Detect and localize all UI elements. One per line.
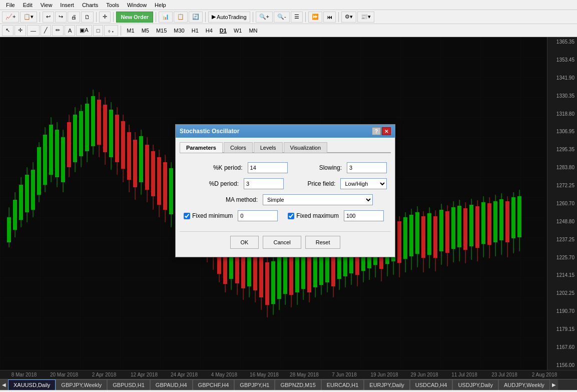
ma-method-select[interactable]: Simple Exponential Smoothed Linear Weigh… xyxy=(263,194,373,205)
d-period-label: %D period: xyxy=(184,180,239,187)
fixed-min-checkbox[interactable] xyxy=(184,213,190,219)
dialog-title: Stochastic Oscillator xyxy=(180,128,239,135)
ma-method-label: MA method: xyxy=(198,196,258,203)
dialog-overlay: Stochastic Oscillator ? ✕ Parameters Col… xyxy=(0,0,577,392)
fixed-min-max-row: Fixed minimum Fixed maximum xyxy=(184,210,387,221)
fixed-max-wrap: Fixed maximum xyxy=(288,212,339,219)
tab-levels[interactable]: Levels xyxy=(254,142,283,153)
dialog-close-button[interactable]: ✕ xyxy=(382,127,391,135)
fixed-min-wrap: Fixed minimum xyxy=(184,212,233,219)
d-period-input[interactable] xyxy=(244,178,284,189)
tab-visualization[interactable]: Visualization xyxy=(284,142,328,153)
fixed-max-input[interactable] xyxy=(344,210,384,221)
k-period-input[interactable] xyxy=(248,162,288,173)
price-field-select[interactable]: Low/High Close/Close xyxy=(340,178,387,189)
reset-button[interactable]: Reset xyxy=(305,236,341,249)
k-period-label: %K period: xyxy=(184,164,243,171)
dialog-titlebar: Stochastic Oscillator ? ✕ xyxy=(176,125,395,138)
price-field-label: Price field: xyxy=(299,180,335,187)
cancel-button[interactable]: Cancel xyxy=(263,236,301,249)
dialog-footer: OK Cancel Reset xyxy=(180,231,391,253)
stochastic-oscillator-dialog: Stochastic Oscillator ? ✕ Parameters Col… xyxy=(175,124,395,257)
dialog-titlebar-buttons: ? ✕ xyxy=(372,127,391,135)
dialog-tabs: Parameters Colors Levels Visualization xyxy=(180,142,391,153)
dialog-body: %K period: Slowing: %D period: Price fie… xyxy=(180,157,391,231)
ok-button[interactable]: OK xyxy=(230,236,259,249)
k-period-row: %K period: Slowing: xyxy=(184,162,387,173)
slowing-input[interactable] xyxy=(347,162,387,173)
dialog-help-button[interactable]: ? xyxy=(372,127,381,135)
ma-method-row: MA method: Simple Exponential Smoothed L… xyxy=(184,194,387,205)
dialog-content: Parameters Colors Levels Visualization %… xyxy=(176,138,395,257)
tab-parameters[interactable]: Parameters xyxy=(180,142,223,153)
d-period-row: %D period: Price field: Low/High Close/C… xyxy=(184,178,387,189)
tab-colors[interactable]: Colors xyxy=(224,142,253,153)
slowing-label: Slowing: xyxy=(303,164,342,171)
fixed-min-input[interactable] xyxy=(238,210,278,221)
fixed-max-checkbox[interactable] xyxy=(288,213,294,219)
fixed-min-label: Fixed minimum xyxy=(192,212,233,219)
fixed-max-label: Fixed maximum xyxy=(296,212,339,219)
